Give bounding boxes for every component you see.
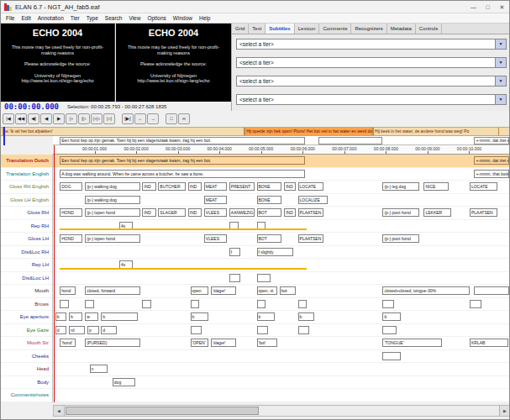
- annotation[interactable]: [382, 326, 396, 334]
- tier-label-rep-rh[interactable]: Rep RH: [1, 220, 51, 233]
- annotation[interactable]: 'TONGUE': [382, 339, 442, 347]
- annotation[interactable]: (p-) poot hond: [382, 208, 419, 217]
- tier-select-2[interactable]: <select a tier>▼: [236, 57, 507, 68]
- annotation[interactable]: IND: [142, 208, 155, 217]
- tier-track-body[interactable]: dog: [53, 376, 510, 389]
- menu-file[interactable]: File: [3, 13, 18, 23]
- menu-options[interactable]: Options: [144, 13, 169, 23]
- annotation[interactable]: n: [90, 365, 108, 373]
- annotation[interactable]: [382, 352, 401, 360]
- crosshair-to-selection-end-button[interactable]: →: [147, 113, 159, 124]
- annotation[interactable]: dog: [113, 378, 135, 386]
- tier-label-body[interactable]: Body: [1, 376, 51, 389]
- tier-track-gloss-lh[interactable]: HOND(p-) lopen hondVLEESBOTPLAATSEN(p-) …: [53, 233, 510, 245]
- annotation[interactable]: 'OPEN': [191, 339, 209, 347]
- minimize-button[interactable]: —: [466, 1, 481, 13]
- tier-track-rep-lh[interactable]: 4x: [53, 259, 510, 271]
- annotation[interactable]: b: [191, 312, 209, 321]
- tier-track-gloss-rh-english[interactable]: DOG(p-) walking dogINDBUTCHERINDMEATPRES…: [53, 181, 510, 193]
- annotation[interactable]: [474, 286, 509, 295]
- tier-label-dis-loc-lh[interactable]: Dis&Loc LH: [1, 272, 51, 285]
- menu-edit[interactable]: Edit: [18, 13, 34, 23]
- tier-label-gloss-lh-english[interactable]: Gloss LH English: [1, 194, 51, 207]
- annotation[interactable]: [60, 300, 69, 308]
- tier-label-translation-english[interactable]: Translation English: [1, 168, 51, 181]
- annotation[interactable]: A dog was walking around. When he came a…: [60, 170, 305, 178]
- tier-track-translation-dutch[interactable]: Een hond liep op zijn gemak. Toen hij bi…: [53, 155, 510, 167]
- overview-density-strip[interactable]: se 'Ik wil het bot afpakken'Hij sperde z…: [1, 127, 510, 136]
- annotation[interactable]: IND: [188, 208, 202, 217]
- annotation[interactable]: [191, 300, 200, 308]
- tier-track-head[interactable]: n: [53, 363, 510, 375]
- tab-metadata[interactable]: Metadata: [387, 24, 416, 34]
- annotation[interactable]: PLAATSEN: [298, 208, 323, 217]
- tier-label-mouth[interactable]: Mouth: [1, 285, 51, 297]
- annotation[interactable]: 'hond': [60, 339, 76, 347]
- tier-track-mouth-str[interactable]: 'hond'(PURSED)'OPEN''slager''bot''TONGUE…: [53, 337, 510, 349]
- annotation[interactable]: IND: [284, 208, 296, 217]
- annotation[interactable]: [142, 300, 151, 308]
- annotation[interactable]: f: [229, 248, 241, 256]
- annotation[interactable]: f slightly: [257, 248, 294, 256]
- goto-end-button[interactable]: ▷|: [103, 113, 115, 124]
- annotation[interactable]: [298, 300, 308, 308]
- annotation[interactable]: [382, 300, 394, 308]
- annotation[interactable]: closed, forward: [85, 286, 139, 295]
- annotation[interactable]: b: [55, 312, 67, 321]
- tier-track-translation-english[interactable]: A dog was walking around. When he came a…: [53, 168, 510, 181]
- selection-mode-toggle[interactable]: □: [166, 113, 177, 124]
- annotation[interactable]: MEAT: [204, 196, 227, 204]
- menu-window[interactable]: Window: [170, 13, 196, 23]
- annotation[interactable]: b: [101, 312, 138, 321]
- annotation[interactable]: BOT: [257, 234, 282, 243]
- scrollbar-thumb[interactable]: [66, 407, 259, 415]
- annotation[interactable]: AANWEZIG: [229, 208, 255, 217]
- tier-label-rep-lh[interactable]: Rep LH: [1, 259, 51, 271]
- tier-track-rep-rh[interactable]: 4x: [53, 220, 510, 233]
- menu-annotation[interactable]: Annotation: [34, 13, 67, 23]
- annotation[interactable]: IND: [188, 182, 202, 191]
- menu-help[interactable]: Help: [196, 13, 213, 23]
- annotation[interactable]: b: [382, 312, 401, 321]
- scroll-right-button[interactable]: ▶: [499, 406, 510, 416]
- annotation[interactable]: IND: [284, 182, 296, 191]
- tier-track-eye-aperture[interactable]: bbwbbbbb: [53, 311, 510, 323]
- crosshair[interactable]: [54, 145, 55, 402]
- tier-track-cheeks[interactable]: [53, 350, 510, 363]
- crosshair-to-selection-begin-button[interactable]: ←: [134, 113, 146, 124]
- annotation[interactable]: [229, 274, 241, 282]
- tier-track-brows[interactable]: [53, 298, 510, 311]
- annotation[interactable]: (p-) walking dog: [85, 182, 139, 191]
- tier-label-cheeks[interactable]: Cheeks: [1, 350, 51, 363]
- horizontal-scrollbar[interactable]: ◀ ▶: [53, 405, 510, 417]
- annotation[interactable]: (p-) leg dog: [382, 182, 419, 191]
- tier-select-1[interactable]: <select a tier>▼: [236, 39, 507, 50]
- annotation[interactable]: (p-) walking dog: [85, 196, 139, 204]
- annotation[interactable]: [298, 326, 310, 334]
- tab-subtitles[interactable]: Subtitles: [266, 24, 294, 34]
- goto-begin-button[interactable]: |◀: [3, 113, 14, 124]
- annotation[interactable]: closed+closed, tongue-30%: [382, 286, 470, 295]
- annotation[interactable]: b: [298, 312, 314, 321]
- annotation[interactable]: (PURSED): [85, 339, 139, 347]
- annotation[interactable]: BONE: [257, 196, 282, 204]
- annotation[interactable]: BUTCHER: [158, 182, 186, 191]
- tab-recognizers[interactable]: Recognizers: [351, 24, 386, 34]
- annotation[interactable]: DOG: [60, 182, 82, 191]
- prev-second-button[interactable]: ◀|: [28, 113, 39, 124]
- subtitle-annotation-strip[interactable]: Een hond liep op zijn gemak. Toen hij bi…: [53, 136, 510, 145]
- tier-label-gloss-rh[interactable]: Gloss RH: [1, 207, 51, 219]
- menu-tier[interactable]: Tier: [67, 13, 83, 23]
- annotation[interactable]: BOT: [257, 208, 282, 217]
- annotation[interactable]: [257, 300, 266, 308]
- annotation[interactable]: 'slager': [211, 286, 236, 295]
- play-selection-button[interactable]: [▶]: [122, 113, 134, 124]
- annotation[interactable]: 'bot': [257, 339, 278, 347]
- annotation[interactable]: d: [55, 326, 67, 334]
- chevron-down-icon[interactable]: ▼: [495, 76, 506, 86]
- annotation[interactable]: b: [69, 312, 82, 321]
- tier-label-translation-dutch[interactable]: Translation Dutch: [1, 155, 51, 167]
- annotation[interactable]: rd: [69, 326, 85, 334]
- annotation[interactable]: [191, 326, 202, 334]
- tab-lexicon[interactable]: Lexicon: [295, 24, 320, 34]
